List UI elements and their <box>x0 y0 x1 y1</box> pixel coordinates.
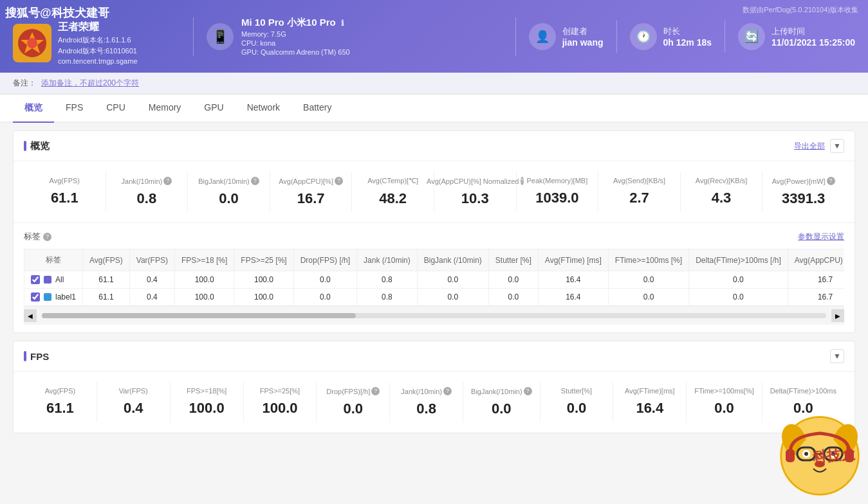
fps-stat-value-6: 0.0 <box>471 401 531 417</box>
scroll-left-button[interactable]: ◀ <box>24 309 37 322</box>
nav-tab-Battery[interactable]: Battery <box>291 94 343 123</box>
export-button[interactable]: 导出全部 <box>794 141 825 152</box>
table-header-3: FPS>=18 [%] <box>174 249 234 271</box>
overview-stat-label-0: Avg(FPS) <box>32 177 98 184</box>
stat-info-icon-2: ? <box>251 177 259 185</box>
table-header-8: Stutter [%] <box>488 249 538 271</box>
table-cell-1-3: 100.0 <box>234 289 293 306</box>
overview-collapse-button[interactable]: ▼ <box>830 139 844 153</box>
stat-value-2: 11/01/2021 15:25:00 <box>771 37 855 48</box>
table-cell-1-9: 0.0 <box>608 289 688 306</box>
app-icon <box>13 24 51 62</box>
table-cell-1-5: 0.8 <box>357 289 418 306</box>
stat-label-0: 创建者 <box>562 26 604 37</box>
fps-stat-9: FTime>=100ms[%] 0.0 <box>687 382 762 422</box>
stat-label-2: 上传时间 <box>771 26 855 37</box>
nav-tab-FPS[interactable]: FPS <box>54 94 95 123</box>
table-header-5: Drop(FPS) [/h] <box>293 249 356 271</box>
main-content: 概览 导出全部 ▼ Avg(FPS) 61.1 Jank(/10min)? 0.… <box>0 130 868 433</box>
header-stat-0: 👤 创建者 jian wang <box>529 23 604 50</box>
table-cell-0-6: 0.0 <box>417 271 488 289</box>
tag-name-1: label1 <box>55 292 76 302</box>
device-info: 📱 Mi 10 Pro 小米10 Pro ℹ Memory: 7.5G CPU:… <box>207 17 503 56</box>
stat-value-1: 0h 12m 18s <box>663 37 712 48</box>
overview-stat-1: Jank(/10min)? 0.8 <box>106 172 189 212</box>
table-header-2: Var(FPS) <box>129 249 174 271</box>
device-text: Mi 10 Pro 小米10 Pro ℹ Memory: 7.5G CPU: k… <box>241 17 350 56</box>
table-scroll-nav: ◀ ▶ <box>24 306 844 325</box>
notes-add-link[interactable]: 添加备注，不超过200个字符 <box>41 78 139 89</box>
svg-point-2 <box>27 38 37 48</box>
table-cell-1-7: 0.0 <box>488 289 538 306</box>
nav-tab-CPU[interactable]: CPU <box>95 94 137 123</box>
nav-tab-Memory[interactable]: Memory <box>137 94 193 123</box>
table-tag-cell-0: All <box>24 271 83 289</box>
fps-stat-label-7: Stutter[%] <box>548 387 605 395</box>
overview-stat-9: Avg(Power)[mW]? 3391.3 <box>762 172 844 212</box>
fps-stat-2: FPS>=18[%] 100.0 <box>171 382 244 422</box>
overview-stat-label-3: Avg(AppCPU)[%]? <box>278 177 344 185</box>
tag-checkbox-0[interactable] <box>31 275 40 284</box>
overview-stat-value-2: 0.0 <box>196 190 262 207</box>
table-header-12: Avg(AppCPU) [%] <box>788 249 844 271</box>
fps-stat-6: BigJank(/10min)? 0.0 <box>463 382 540 422</box>
overview-stat-value-6: 1039.0 <box>524 190 591 206</box>
table-cell-0-11: 16.7 <box>788 271 844 289</box>
overview-stat-0: Avg(FPS) 61.1 <box>24 172 106 212</box>
header-stat-1: 🕐 时长 0h 12m 18s <box>630 23 712 50</box>
fps-stat-value-7: 0.0 <box>548 400 605 417</box>
overview-stat-7: Avg(Send)[KB/s] 2.7 <box>598 172 681 212</box>
overview-stat-4: Avg(CTemp)[℃] 48.2 <box>352 172 434 212</box>
scroll-right-button[interactable]: ▶ <box>831 309 844 322</box>
android-version: Android版本名:1.61.1.6 <box>58 35 138 45</box>
device-icon: 📱 <box>207 23 234 50</box>
fps-stat-value-8: 16.4 <box>621 400 678 417</box>
device-info-icon: ℹ <box>341 19 344 28</box>
params-link[interactable]: 参数显示设置 <box>798 231 844 242</box>
fps-stat-1: Var(FPS) 0.4 <box>97 382 171 422</box>
table-cell-1-6: 0.0 <box>417 289 488 306</box>
overview-stat-value-7: 2.7 <box>606 190 672 206</box>
overview-stat-label-7: Avg(Send)[KB/s] <box>606 177 672 184</box>
fps-stat-10: Delta(FTime)>100ms 0.0 <box>762 382 844 422</box>
overview-stat-label-6: Peak(Memory)[MB] <box>524 177 591 184</box>
watermark-text: 数据由PerfDog(5.0.210104)版本收集 <box>743 5 858 15</box>
overview-stat-value-3: 16.7 <box>278 190 344 207</box>
nav-tab-GPU[interactable]: GPU <box>192 94 235 123</box>
overview-stat-2: BigJank(/10min)? 0.0 <box>188 172 270 212</box>
tags-table: 标签Avg(FPS)Var(FPS)FPS>=18 [%]FPS>=25 [%]… <box>24 249 844 306</box>
fps-stat-label-5: Jank(/10min)? <box>398 387 455 395</box>
app-text-block: 王者荣耀 Android版本名:1.61.1.6 Android版本号:6101… <box>58 21 138 65</box>
device-memory: Memory: 7.5G <box>241 30 350 38</box>
table-cell-0-8: 16.4 <box>538 271 608 289</box>
fps-stat-value-1: 0.4 <box>105 400 162 417</box>
table-cell-0-2: 100.0 <box>174 271 234 289</box>
fps-stat-4: Drop(FPS)[/h]? 0.0 <box>317 382 390 422</box>
nav-tab-概览[interactable]: 概览 <box>13 94 54 123</box>
fps-collapse-button[interactable]: ▼ <box>830 349 844 363</box>
tags-info-icon: ? <box>43 233 51 241</box>
overview-stat-6: Peak(Memory)[MB] 1039.0 <box>517 172 599 212</box>
fps-header: FPS ▼ <box>14 341 854 372</box>
notes-bar: 备注： 添加备注，不超过200个字符 <box>0 73 868 94</box>
header-stat-2: 🔄 上传时间 11/01/2021 15:25:00 <box>738 23 855 50</box>
overview-stat-value-5: 10.3 <box>442 190 508 207</box>
device-gpu: GPU: Qualcomm Adreno (TM) 650 <box>241 48 350 56</box>
notes-label: 备注： <box>13 78 36 89</box>
tag-name-0: All <box>55 275 64 284</box>
device-cpu: CPU: kona <box>241 39 350 47</box>
fps-stat-label-6: BigJank(/10min)? <box>471 387 531 395</box>
overview-stat-3: Avg(AppCPU)[%]? 16.7 <box>270 172 353 212</box>
overview-section: 概览 导出全部 ▼ Avg(FPS) 61.1 Jank(/10min)? 0.… <box>13 130 855 333</box>
tag-checkbox-1[interactable] <box>31 292 40 302</box>
fps-stat-info-icon-6: ? <box>524 387 532 395</box>
fps-stat-label-8: Avg(FTime)[ms] <box>621 387 678 395</box>
stat-text-2: 上传时间 11/01/2021 15:25:00 <box>771 26 855 48</box>
overview-stat-value-4: 48.2 <box>360 190 426 207</box>
overview-actions: 导出全部 ▼ <box>794 139 844 153</box>
nav-tab-Network[interactable]: Network <box>235 94 291 123</box>
scroll-track <box>42 313 826 318</box>
overview-stat-label-8: Avg(Recv)[KB/s] <box>688 177 755 184</box>
stat-label-1: 时长 <box>663 26 712 37</box>
stat-text-1: 时长 0h 12m 18s <box>663 26 712 48</box>
